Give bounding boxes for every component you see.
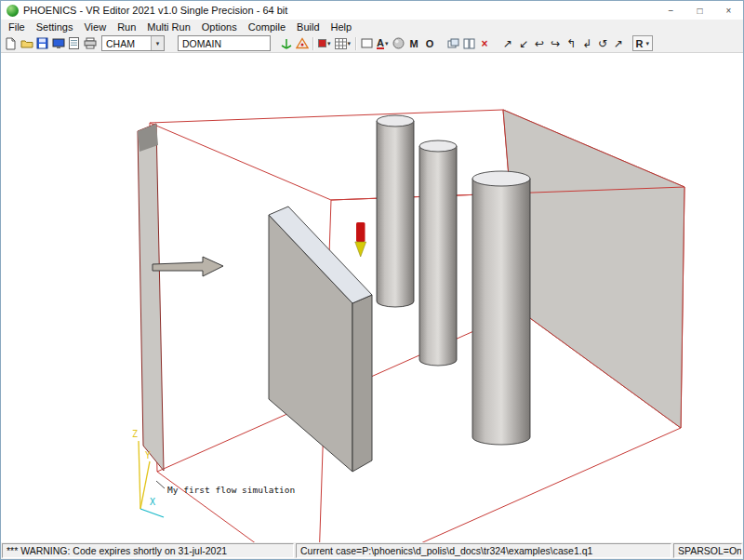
axis-y-line xyxy=(140,461,150,509)
chevron-down-icon: ▾ xyxy=(645,40,649,47)
underlined-a-icon: A xyxy=(377,38,384,49)
mesh-dialog-button[interactable]: M xyxy=(406,35,422,51)
cham-select[interactable]: CHAM ▾ xyxy=(101,35,165,51)
tile-windows-button[interactable] xyxy=(461,35,477,51)
menu-file[interactable]: File xyxy=(3,21,31,33)
chevron-down-icon: ▾ xyxy=(348,40,352,47)
new-file-icon xyxy=(6,37,17,50)
menu-build[interactable]: Build xyxy=(291,21,325,33)
axis-label-y: Y xyxy=(145,450,151,460)
toolbar-separator xyxy=(312,37,313,50)
axis-z-line xyxy=(139,441,140,509)
view-rotate-left-button[interactable]: ↩ xyxy=(532,35,548,51)
maximize-button[interactable]: □ xyxy=(685,1,714,20)
status-warning: *** WARNING: Code expires shortly on 31-… xyxy=(2,543,294,558)
new-object-button[interactable] xyxy=(359,35,375,51)
cylinder-3[interactable] xyxy=(472,179,530,445)
tile-windows-icon xyxy=(463,38,475,49)
cham-select-value: CHAM xyxy=(102,36,151,50)
view-rotate-up-button[interactable]: ↗ xyxy=(500,35,516,51)
print-button[interactable] xyxy=(82,35,98,51)
chevron-down-icon[interactable]: ▾ xyxy=(151,36,164,50)
cascade-windows-icon xyxy=(447,38,459,49)
menu-compile[interactable]: Compile xyxy=(243,21,291,33)
chevron-down-icon: ▾ xyxy=(385,40,389,47)
probe-cone[interactable] xyxy=(355,242,366,257)
view-rotate-down-button[interactable]: ↙ xyxy=(516,35,532,51)
object-color-button[interactable]: ▾ xyxy=(316,35,333,51)
text-style-button[interactable]: A ▾ xyxy=(375,35,390,51)
menu-bar: File Settings View Run Multi Run Options… xyxy=(1,20,743,34)
menu-help[interactable]: Help xyxy=(326,21,358,33)
toolbar: CHAM ▾ ▾ ▾ A ▾ M O xyxy=(1,34,743,53)
status-current-case: Current case=P:\phoenics\d_polis\d_docs\… xyxy=(296,543,671,558)
cylinder-1-cap[interactable] xyxy=(377,115,414,127)
axes-toggle-button[interactable] xyxy=(278,35,294,51)
status-bar: *** WARNING: Code expires shortly on 31-… xyxy=(1,542,743,559)
view-direction-button[interactable] xyxy=(294,35,310,51)
view-orbit-button[interactable]: ↺ xyxy=(595,35,611,51)
view-tilt-right-button[interactable]: ↲ xyxy=(579,35,595,51)
chevron-down-icon: ▾ xyxy=(327,40,331,47)
menu-options[interactable]: Options xyxy=(196,21,243,33)
new-file-button[interactable] xyxy=(3,35,19,51)
cylinder-3-cap[interactable] xyxy=(472,171,530,186)
menu-view[interactable]: View xyxy=(78,21,112,33)
title-bar: PHOENICS - VR Editor 2021 v1.0 Single Pr… xyxy=(1,1,743,20)
cylinder-2-cap[interactable] xyxy=(419,140,457,152)
app-window: PHOENICS - VR Editor 2021 v1.0 Single Pr… xyxy=(0,0,744,560)
close-button[interactable]: × xyxy=(714,1,743,20)
window-title: PHOENICS - VR Editor 2021 v1.0 Single Pr… xyxy=(23,5,652,16)
box-icon xyxy=(361,38,373,48)
menu-multi-run[interactable]: Multi Run xyxy=(141,21,195,33)
view-tilt-left-button[interactable]: ↰ xyxy=(564,35,579,51)
annotation-text[interactable]: My first flow simulation xyxy=(167,485,295,495)
toolbar-separator xyxy=(355,37,356,50)
sphere-icon xyxy=(392,37,405,49)
minimize-button[interactable]: − xyxy=(657,1,685,20)
mesh-toggle-button[interactable]: ▾ xyxy=(333,35,353,51)
printer-icon xyxy=(84,37,97,49)
menu-run[interactable]: Run xyxy=(112,21,141,33)
probe-marker[interactable] xyxy=(356,222,365,242)
viewport-3d-scene[interactable]: Z Y X My first flow simulation xyxy=(1,53,743,542)
annotation-leader xyxy=(156,481,165,488)
reset-view-label: R xyxy=(636,38,644,49)
axes-icon xyxy=(280,37,293,50)
floppy-icon xyxy=(36,37,48,49)
reset-view-select[interactable]: R ▾ xyxy=(632,35,653,51)
grid-icon xyxy=(335,38,347,49)
save-button[interactable] xyxy=(34,35,50,51)
axis-label-z: Z xyxy=(132,429,138,439)
window-controls: − □ × xyxy=(657,1,743,20)
open-file-button[interactable] xyxy=(19,35,34,51)
run-solver-button[interactable] xyxy=(50,35,66,51)
inlet-wall[interactable] xyxy=(138,124,164,471)
baffle-end-face[interactable] xyxy=(352,295,372,472)
view-reset-button[interactable]: ↗ xyxy=(611,35,627,51)
object-dialog-button[interactable]: O xyxy=(422,35,438,51)
axis-label-x: X xyxy=(150,497,155,507)
domain-input[interactable] xyxy=(178,35,271,51)
cascade-windows-button[interactable] xyxy=(445,35,461,51)
app-logo-icon xyxy=(7,5,19,17)
cylinder-1[interactable] xyxy=(377,121,414,307)
viewport[interactable]: Z Y X My first flow simulation xyxy=(1,53,743,542)
status-sparsol: SPARSOL=On xyxy=(673,543,742,558)
page-icon xyxy=(69,37,79,49)
delete-object-button[interactable]: × xyxy=(477,35,493,51)
color-swatch-icon xyxy=(318,39,326,47)
print-preview-button[interactable] xyxy=(66,35,82,51)
inlet-arrow[interactable] xyxy=(153,257,223,276)
menu-settings[interactable]: Settings xyxy=(31,21,79,33)
view-rotate-right-button[interactable]: ↪ xyxy=(548,35,564,51)
triangle-icon xyxy=(296,37,309,49)
cylinder-2[interactable] xyxy=(419,146,457,366)
open-folder-icon xyxy=(20,38,33,49)
axis-x-line xyxy=(140,509,164,517)
monitor-icon xyxy=(52,38,65,49)
sphere-object-button[interactable] xyxy=(391,35,406,51)
